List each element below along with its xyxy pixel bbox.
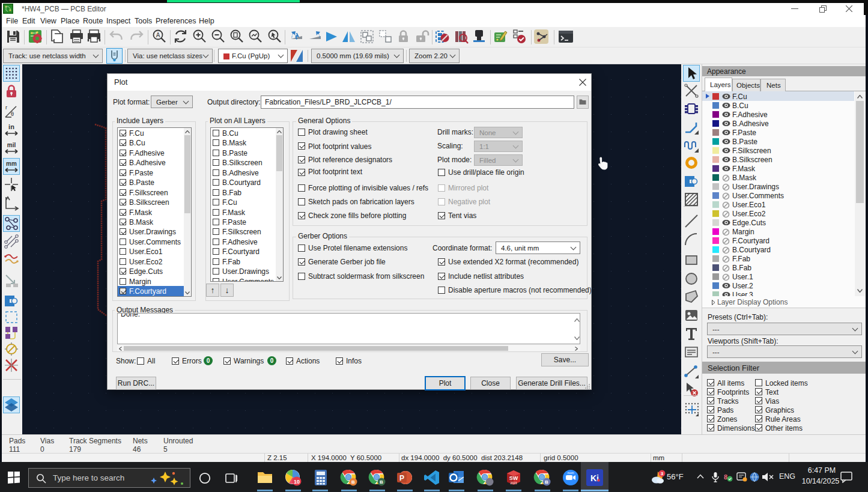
svg-text:B: B [545, 479, 548, 485]
svg-text:r: r [5, 105, 7, 111]
svg-text:2023: 2023 [510, 481, 517, 485]
svg-text:B: B [380, 479, 383, 485]
svg-text:B: B [351, 479, 355, 485]
svg-text:Ki: Ki [590, 473, 599, 483]
svg-text:in: in [8, 123, 14, 130]
svg-text:mil: mil [7, 142, 16, 148]
svg-text:SW: SW [509, 475, 518, 481]
svg-text:8: 8 [724, 473, 727, 481]
svg-text:A: A [156, 32, 160, 38]
svg-text:3: 3 [661, 471, 664, 476]
svg-text:P: P [399, 474, 404, 482]
svg-text:mm: mm [6, 160, 17, 167]
svg-text:zoom: zoom [567, 472, 574, 475]
svg-text:θ: θ [11, 111, 14, 117]
svg-text:10: 10 [294, 479, 300, 485]
